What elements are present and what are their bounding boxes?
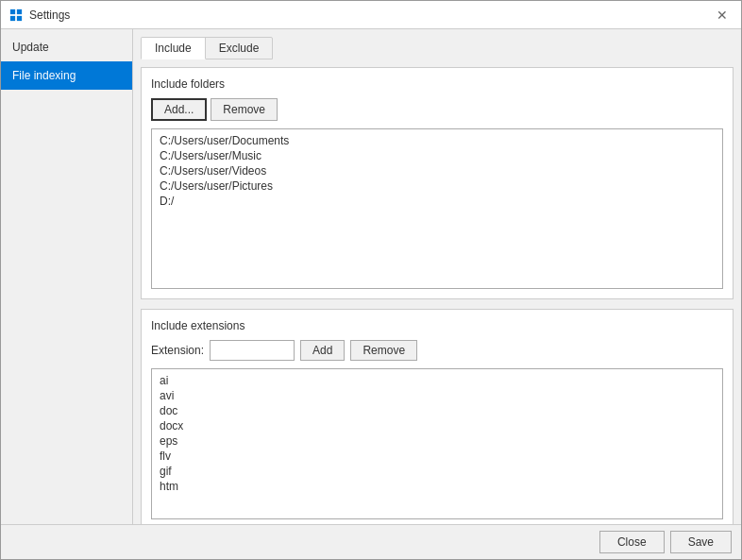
list-item: C:/Users/user/Music [156, 148, 718, 163]
main-content: Update File indexing Include Exclude Inc… [1, 29, 741, 524]
include-folders-title: Include folders [151, 77, 723, 91]
folder-button-row: Add... Remove [151, 98, 723, 121]
settings-window: Settings ✕ Update File indexing Include … [0, 0, 742, 560]
add-folder-button[interactable]: Add... [151, 98, 207, 121]
sidebar: Update File indexing [1, 29, 133, 524]
bottom-bar: Close Save [1, 524, 741, 559]
extension-input-row: Extension: Add Remove [151, 340, 723, 361]
extension-list[interactable]: ai avi doc docx eps flv gif htm [151, 368, 723, 519]
sidebar-item-update[interactable]: Update [1, 33, 132, 61]
svg-rect-0 [10, 8, 15, 13]
list-item: docx [156, 418, 718, 433]
svg-rect-2 [10, 15, 15, 20]
list-item: eps [156, 433, 718, 449]
svg-rect-3 [17, 15, 22, 20]
extension-input[interactable] [210, 340, 295, 361]
title-bar: Settings ✕ [1, 1, 741, 29]
tab-bar: Include Exclude [141, 37, 734, 59]
include-folders-section: Include folders Add... Remove C:/Users/u… [141, 67, 734, 299]
list-item: htm [156, 479, 718, 494]
tab-exclude[interactable]: Exclude [205, 37, 274, 59]
add-extension-button[interactable]: Add [300, 340, 345, 361]
extension-label: Extension: [151, 344, 204, 357]
list-item: gif [156, 464, 718, 479]
list-item: ai [156, 373, 718, 388]
sidebar-item-file-indexing[interactable]: File indexing [1, 61, 132, 90]
window-title: Settings [29, 8, 711, 22]
svg-rect-1 [17, 8, 22, 13]
save-button[interactable]: Save [670, 531, 732, 553]
include-extensions-section: Include extensions Extension: Add Remove… [141, 309, 734, 524]
list-item: avi [156, 388, 718, 403]
close-button[interactable]: Close [599, 531, 665, 553]
list-item: doc [156, 403, 718, 418]
remove-folder-button[interactable]: Remove [211, 98, 278, 121]
list-item: C:/Users/user/Videos [156, 163, 718, 178]
tab-include[interactable]: Include [141, 37, 206, 59]
list-item: flv [156, 449, 718, 464]
list-item: C:/Users/user/Documents [156, 133, 718, 148]
content-panel: Include Exclude Include folders Add... R… [133, 29, 741, 524]
include-extensions-title: Include extensions [151, 319, 723, 332]
list-item: D:/ [156, 194, 718, 209]
folder-list[interactable]: C:/Users/user/Documents C:/Users/user/Mu… [151, 128, 723, 289]
close-window-button[interactable]: ✕ [711, 4, 734, 26]
remove-extension-button[interactable]: Remove [350, 340, 417, 361]
list-item: C:/Users/user/Pictures [156, 178, 718, 194]
window-icon [8, 8, 24, 23]
